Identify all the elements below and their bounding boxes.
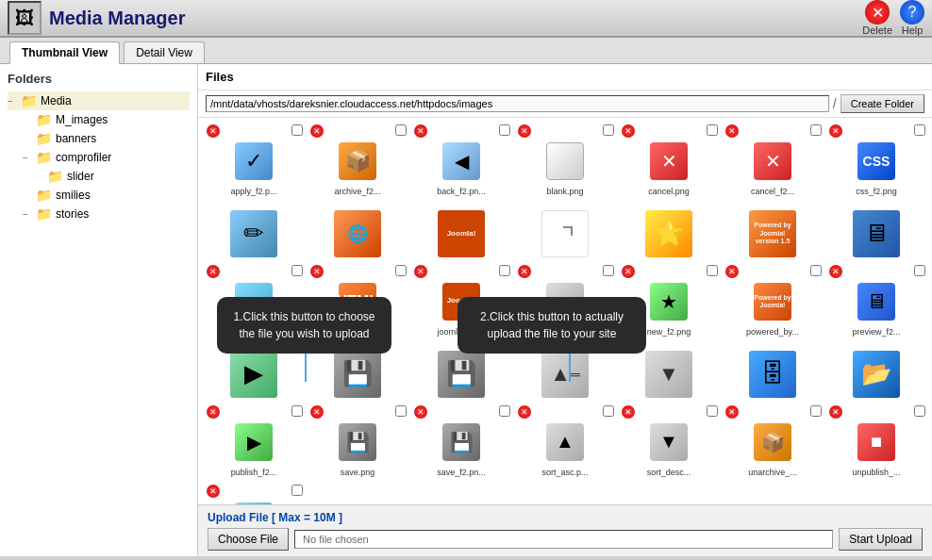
file-delete-icon[interactable]: ✕ [725, 405, 739, 419]
header-actions: ✕ Delete ? Help [862, 0, 924, 36]
file-item-computer[interactable]: 🖥 [824, 202, 928, 262]
file-item-css[interactable]: ✕ CSS css_f2.png [824, 122, 928, 202]
file-item-preview[interactable]: ✕ 🖥 preview_f2... [824, 262, 928, 342]
file-delete-icon[interactable]: ✕ [622, 265, 635, 278]
file-item-back[interactable]: ✕ ◀ back_f2.pn... [409, 122, 513, 202]
file-delete-icon[interactable]: ✕ [829, 265, 842, 278]
file-item-edit-img[interactable]: ✏ [202, 202, 306, 262]
file-item-star-img[interactable]: ⭐ [617, 202, 721, 262]
start-upload-button[interactable]: Start Upload [839, 528, 923, 551]
file-item-edit[interactable]: ✕ ✏ edit_f2.pn... [202, 262, 306, 342]
file-item-joomla[interactable]: ✕ Joomla! joomla_log... [409, 262, 513, 342]
file-checkbox[interactable] [914, 265, 925, 276]
sidebar-item-smilies[interactable]: 📁 smilies [23, 186, 190, 205]
file-item-new[interactable]: ✕ ★ new_f2.png [617, 262, 721, 342]
file-delete-icon[interactable]: ✕ [622, 405, 635, 419]
file-delete-icon[interactable]: ✕ [310, 124, 324, 138]
file-delete-icon[interactable]: ✕ [518, 405, 531, 419]
file-item-sort-asc-img[interactable]: ▲═ [513, 342, 617, 403]
file-delete-icon[interactable]: ✕ [518, 265, 531, 278]
sidebar-item-banners[interactable]: 📁 banners [23, 129, 190, 148]
file-checkbox[interactable] [291, 124, 303, 136]
file-item-unarchive[interactable]: ✕ 📦 unarchive_... [721, 403, 824, 483]
file-delete-icon[interactable]: ✕ [414, 405, 427, 419]
file-item-publish[interactable]: ✕ ▶ publish_f2... [202, 403, 306, 483]
file-item-save-img[interactable]: 💾 [306, 342, 409, 403]
file-checkbox[interactable] [395, 124, 407, 136]
file-delete-icon[interactable]: ✕ [829, 405, 842, 419]
file-item-unarchive-img[interactable]: 🗄 [721, 342, 824, 403]
file-checkbox[interactable] [603, 265, 614, 276]
file-item-unpublish[interactable]: ✕ ■ unpublish_... [824, 403, 928, 483]
sidebar-item-m-images[interactable]: 📁 M_images [23, 110, 190, 129]
file-item-save-f2-img[interactable]: 💾 [409, 342, 513, 403]
sidebar-item-stories[interactable]: − 📁 stories [23, 205, 190, 223]
file-checkbox[interactable] [914, 405, 925, 417]
file-checkbox[interactable] [499, 265, 510, 276]
file-checkbox[interactable] [603, 405, 614, 417]
file-item-html[interactable]: ✕ HTML html_f2.pn... [306, 262, 409, 342]
file-thumb: 🖥 [853, 210, 900, 257]
sidebar-item-comprofiler[interactable]: − 📁 comprofiler [23, 148, 190, 167]
file-item-powered[interactable]: ✕ Powered by Joomla! powered_by... [721, 262, 824, 342]
file-item-sort-desc-img[interactable]: ▼ [617, 342, 721, 403]
file-delete-icon[interactable]: ✕ [725, 265, 739, 278]
file-item-html-img[interactable]: 🌐 [306, 202, 409, 262]
file-item-archive[interactable]: ✕ 📦 archive_f2... [306, 122, 409, 202]
file-checkbox[interactable] [914, 124, 925, 136]
file-checkbox[interactable] [707, 265, 718, 276]
file-checkbox[interactable] [395, 265, 407, 276]
file-checkbox[interactable] [810, 405, 822, 417]
file-item-upload[interactable]: ✕ ⬆ upload_f2.... [202, 482, 306, 504]
sort-desc-thumb-icon: ▼ [645, 351, 692, 398]
file-item-cancel[interactable]: ✕ ✕ cancel.png [617, 122, 721, 202]
file-delete-icon[interactable]: ✕ [207, 405, 220, 419]
file-item-save[interactable]: ✕ 💾 save.png [306, 403, 409, 483]
file-delete-icon[interactable]: ✕ [829, 124, 842, 138]
file-checkbox[interactable] [603, 124, 614, 136]
tab-detail-view[interactable]: Detail View [124, 41, 205, 63]
create-folder-button[interactable]: Create Folder [840, 94, 924, 113]
file-item-cancel-f2[interactable]: ✕ ✕ cancel_f2... [721, 122, 824, 202]
file-delete-icon[interactable]: ✕ [207, 485, 220, 498]
help-button[interactable]: ? Help [900, 0, 924, 36]
file-delete-icon[interactable]: ✕ [310, 265, 324, 278]
delete-button[interactable]: ✕ Delete [862, 0, 892, 36]
sidebar-item-media[interactable]: − 📁 Media [8, 91, 190, 110]
file-checkbox[interactable] [499, 405, 510, 417]
file-item-menu-divider[interactable]: ✕ ─ menu_divid... [513, 262, 617, 342]
file-item-sort-asc[interactable]: ✕ ▲ sort_asc.p... [513, 403, 617, 483]
file-checkbox[interactable] [291, 265, 303, 276]
file-thumb: ▼ [645, 351, 692, 398]
file-item-joomla-logo[interactable]: Joomla! [409, 202, 513, 262]
file-checkbox[interactable] [707, 405, 718, 417]
file-item-folder-img[interactable]: 📂 [824, 342, 928, 403]
tab-thumbnail-view[interactable]: Thumbnail View [9, 41, 120, 64]
file-delete-icon[interactable]: ✕ [622, 124, 635, 138]
file-item-save-f2[interactable]: ✕ 💾 save_f2.pn... [409, 403, 513, 483]
file-item-sort-desc[interactable]: ✕ ▼ sort_desc... [617, 403, 721, 483]
file-checkbox[interactable] [395, 405, 407, 417]
file-item-blank-img[interactable] [513, 202, 617, 262]
file-delete-icon[interactable]: ✕ [207, 265, 220, 278]
choose-file-button[interactable]: Choose File [208, 528, 289, 551]
file-checkbox[interactable] [291, 485, 303, 496]
sidebar-item-slider[interactable]: 📁 slider [34, 167, 190, 186]
files-grid: ✕ ✓ apply_f2.p... ✕ 📦 archive_f2... [198, 118, 932, 504]
file-item-apply[interactable]: ✕ ✓ apply_f2.p... [202, 122, 306, 202]
file-checkbox[interactable] [499, 124, 510, 136]
file-checkbox[interactable] [810, 265, 822, 276]
file-checkbox[interactable] [291, 405, 303, 417]
path-input[interactable] [206, 95, 829, 112]
file-delete-icon[interactable]: ✕ [518, 124, 531, 138]
file-delete-icon[interactable]: ✕ [725, 124, 739, 138]
file-checkbox[interactable] [707, 124, 718, 136]
file-delete-icon[interactable]: ✕ [310, 405, 324, 419]
file-checkbox[interactable] [810, 124, 822, 136]
file-item-joomla-powered[interactable]: Powered by Joomla! version 1.5 [721, 202, 824, 262]
file-delete-icon[interactable]: ✕ [207, 124, 220, 138]
file-item-publish-img[interactable]: ▶ [202, 342, 306, 403]
file-item-blank[interactable]: ✕ blank.png [513, 122, 617, 202]
file-delete-icon[interactable]: ✕ [414, 265, 427, 278]
file-delete-icon[interactable]: ✕ [414, 124, 427, 138]
